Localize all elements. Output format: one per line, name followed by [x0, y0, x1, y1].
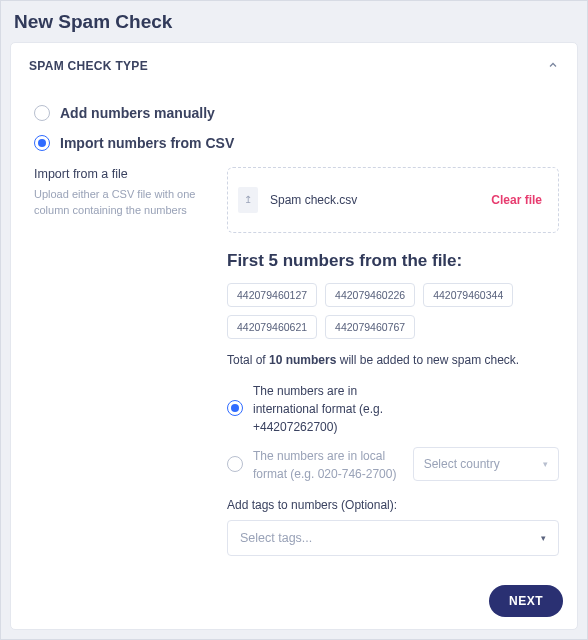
- number-chip: 442079460767: [325, 315, 415, 339]
- tags-select[interactable]: Select tags... ▾: [227, 520, 559, 556]
- format-local[interactable]: The numbers are in local format (e.g. 02…: [227, 446, 559, 482]
- help-title: Import from a file: [34, 167, 209, 181]
- radio-label: Import numbers from CSV: [60, 135, 234, 151]
- chevron-up-icon: [547, 57, 559, 75]
- number-chips: 442079460127 442079460226 442079460344 4…: [227, 283, 559, 339]
- tags-label: Add tags to numbers (Optional):: [227, 498, 559, 512]
- radio-label: The numbers are in local format (e.g. 02…: [253, 449, 396, 481]
- clear-file-button[interactable]: Clear file: [489, 189, 544, 211]
- page-title: New Spam Check: [10, 8, 578, 42]
- radio-icon: [34, 105, 50, 121]
- file-dropzone[interactable]: Spam check.csv Clear file: [227, 167, 559, 233]
- radio-label: The numbers are in international format …: [253, 384, 383, 434]
- country-select[interactable]: Select country ▾: [413, 447, 559, 481]
- radio-icon: [227, 400, 243, 416]
- uploaded-file-name: Spam check.csv: [270, 193, 477, 207]
- tags-placeholder: Select tags...: [240, 531, 312, 545]
- chevron-down-icon: ▾: [541, 533, 546, 543]
- radio-label: Add numbers manually: [60, 105, 215, 121]
- input-method-manual[interactable]: Add numbers manually: [34, 99, 559, 129]
- input-method-csv[interactable]: Import numbers from CSV: [34, 129, 559, 159]
- preview-title: First 5 numbers from the file:: [227, 251, 559, 271]
- format-international[interactable]: The numbers are in international format …: [227, 381, 559, 436]
- chevron-down-icon: ▾: [543, 459, 548, 469]
- number-chip: 442079460344: [423, 283, 513, 307]
- country-placeholder: Select country: [424, 457, 500, 471]
- number-chip: 442079460621: [227, 315, 317, 339]
- help-text: Upload either a CSV file with one column…: [34, 187, 209, 219]
- radio-icon: [227, 456, 243, 472]
- number-chip: 442079460226: [325, 283, 415, 307]
- next-button[interactable]: NEXT: [489, 585, 563, 617]
- spam-check-card: SPAM CHECK TYPE Add numbers manually Imp…: [10, 42, 578, 630]
- radio-icon: [34, 135, 50, 151]
- number-chip: 442079460127: [227, 283, 317, 307]
- section-title: SPAM CHECK TYPE: [29, 59, 148, 73]
- section-header[interactable]: SPAM CHECK TYPE: [11, 43, 577, 89]
- total-line: Total of 10 numbers will be added to new…: [227, 353, 559, 367]
- file-upload-icon: [238, 187, 258, 213]
